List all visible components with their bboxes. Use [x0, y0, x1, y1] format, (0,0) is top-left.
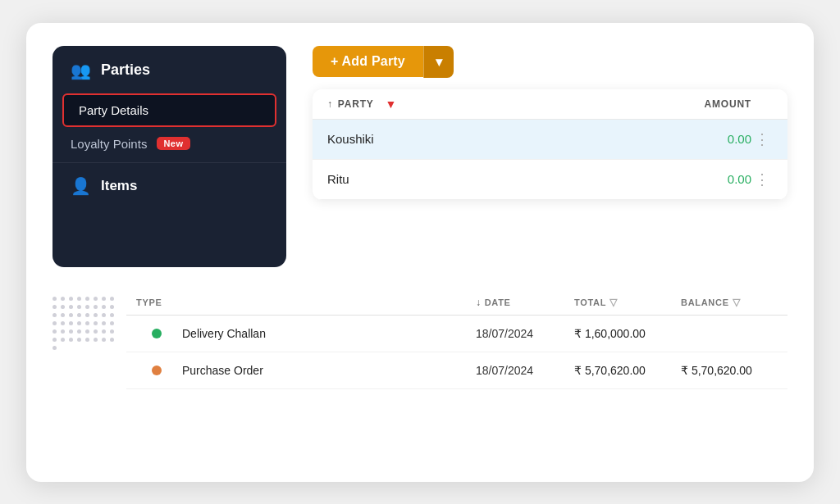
- decoration-dot: [94, 329, 98, 334]
- sidebar-parties-label: Parties: [101, 61, 150, 79]
- transactions-header: TYPE ↓ DATE TOTAL ▽ BALANCE ▽: [126, 290, 788, 316]
- decoration-dot: [52, 338, 57, 342]
- decoration-dot: [110, 338, 114, 342]
- trans-status-dot: [152, 366, 162, 375]
- decoration-dot: [52, 313, 57, 317]
- decoration-dot: [94, 338, 98, 342]
- bottom-section: (function() { var grid = document.queryS…: [52, 290, 788, 389]
- trans-total: ₹ 1,60,000.00: [574, 327, 681, 340]
- decoration-dot: [52, 346, 57, 350]
- party-row-name: Ritu: [327, 172, 686, 186]
- decoration-dot: [85, 338, 89, 342]
- amount-column-label: AMOUNT: [705, 98, 751, 110]
- decoration-dot: [69, 305, 73, 309]
- decoration-dot: [69, 329, 73, 334]
- sidebar-parties-header: 👥 Parties: [52, 61, 286, 93]
- decoration-dot: [61, 338, 65, 342]
- decoration-dot: [69, 297, 73, 301]
- add-party-button[interactable]: + Add Party: [313, 46, 423, 77]
- decoration-dot: [85, 329, 89, 334]
- decoration-dot: [102, 329, 106, 334]
- party-column-label: PARTY: [338, 98, 374, 110]
- decoration-dot: [94, 321, 98, 325]
- add-party-caret-button[interactable]: ▾: [423, 46, 454, 78]
- decoration-dot: [85, 313, 89, 317]
- sidebar-item-party-details[interactable]: Party Details: [62, 93, 276, 127]
- add-party-label: + Add Party: [331, 54, 405, 69]
- transaction-row[interactable]: Delivery Challan 18/07/2024 ₹ 1,60,000.0…: [126, 316, 788, 352]
- decoration-dot: [94, 297, 98, 301]
- total-filter-icon[interactable]: ▽: [609, 297, 618, 308]
- loyalty-points-badge: New: [157, 137, 189, 150]
- decoration-dot: [77, 313, 81, 317]
- decoration-dot: [94, 313, 98, 317]
- trans-name: Purchase Order: [177, 364, 476, 377]
- trans-type-dot-cell: [136, 366, 177, 375]
- dot-grid-decoration: (function() { var grid = document.queryS…: [52, 290, 126, 350]
- trans-type-dot-cell: [136, 329, 177, 338]
- party-row-menu-icon[interactable]: ⋮: [751, 130, 773, 148]
- decoration-dot: [102, 297, 106, 301]
- decoration-dot: [52, 329, 57, 334]
- decoration-dot: [85, 321, 89, 325]
- sidebar-divider: [52, 162, 286, 163]
- decoration-dot: [77, 321, 81, 325]
- party-col-name-header: ↑ PARTY ▼: [327, 98, 661, 111]
- decoration-dot: [102, 321, 106, 325]
- th-date: ↓ DATE: [476, 297, 574, 308]
- sidebar: 👥 Parties Party Details Loyalty Points N…: [52, 46, 286, 267]
- transaction-row[interactable]: Purchase Order 18/07/2024 ₹ 5,70,620.00 …: [126, 352, 788, 389]
- th-total: TOTAL ▽: [574, 297, 681, 308]
- date-col-label: DATE: [485, 297, 511, 307]
- decoration-dot: [77, 305, 81, 309]
- decoration-dot: [61, 329, 65, 334]
- party-row-name: Koushiki: [327, 132, 686, 146]
- party-row[interactable]: Koushiki 0.00 ⋮: [313, 120, 788, 160]
- party-table-header: ↑ PARTY ▼ AMOUNT: [313, 89, 788, 120]
- decoration-dot: [77, 338, 81, 342]
- transactions-table: TYPE ↓ DATE TOTAL ▽ BALANCE ▽: [126, 290, 788, 389]
- sidebar-items-section[interactable]: 👤 Items: [52, 165, 286, 196]
- party-row-menu-icon[interactable]: ⋮: [751, 170, 773, 188]
- party-row[interactable]: Ritu 0.00 ⋮: [313, 160, 788, 200]
- balance-col-label: BALANCE: [681, 297, 729, 307]
- decoration-dot: [69, 338, 73, 342]
- items-icon: 👤: [71, 176, 91, 196]
- party-panel: + Add Party ▾ ↑ PARTY ▼ AMOUNT: [313, 46, 788, 200]
- decoration-dot: [102, 313, 106, 317]
- decoration-dot: [69, 321, 73, 325]
- decoration-dot: [52, 321, 57, 325]
- total-col-label: TOTAL: [574, 297, 606, 307]
- decoration-dot: [110, 297, 114, 301]
- trans-status-dot: [152, 329, 162, 338]
- decoration-dot: [69, 313, 73, 317]
- decoration-dot: [61, 297, 65, 301]
- decoration-dot: [61, 321, 65, 325]
- loyalty-points-label: Loyalty Points: [71, 137, 147, 151]
- decoration-dot: [61, 313, 65, 317]
- decoration-dot: [61, 305, 65, 309]
- add-party-row: + Add Party ▾: [313, 46, 788, 78]
- trans-total: ₹ 5,70,620.00: [574, 364, 681, 377]
- trans-name: Delivery Challan: [177, 327, 476, 340]
- decoration-dot: [85, 305, 89, 309]
- caret-down-icon: ▾: [436, 54, 442, 70]
- decoration-dot: [77, 297, 81, 301]
- sidebar-item-loyalty-points[interactable]: Loyalty Points New: [52, 127, 286, 161]
- decoration-dot: [77, 329, 81, 334]
- decoration-dot: [94, 305, 98, 309]
- trans-balance: ₹ 5,70,620.00: [681, 364, 788, 377]
- balance-filter-icon[interactable]: ▽: [733, 297, 741, 308]
- top-section: 👥 Parties Party Details Loyalty Points N…: [52, 46, 788, 267]
- decoration-dot: [102, 305, 106, 309]
- decoration-dot: [110, 313, 114, 317]
- decoration-dot: [110, 321, 114, 325]
- party-table: ↑ PARTY ▼ AMOUNT Koushiki 0.00 ⋮: [313, 89, 788, 200]
- sort-up-icon: ↑: [327, 98, 333, 110]
- party-details-label: Party Details: [79, 103, 148, 117]
- decoration-dot: [52, 297, 57, 301]
- decoration-dot: [85, 297, 89, 301]
- party-filter-icon[interactable]: ▼: [386, 98, 398, 111]
- decoration-dot: [110, 305, 114, 309]
- sidebar-items-label: Items: [101, 178, 137, 194]
